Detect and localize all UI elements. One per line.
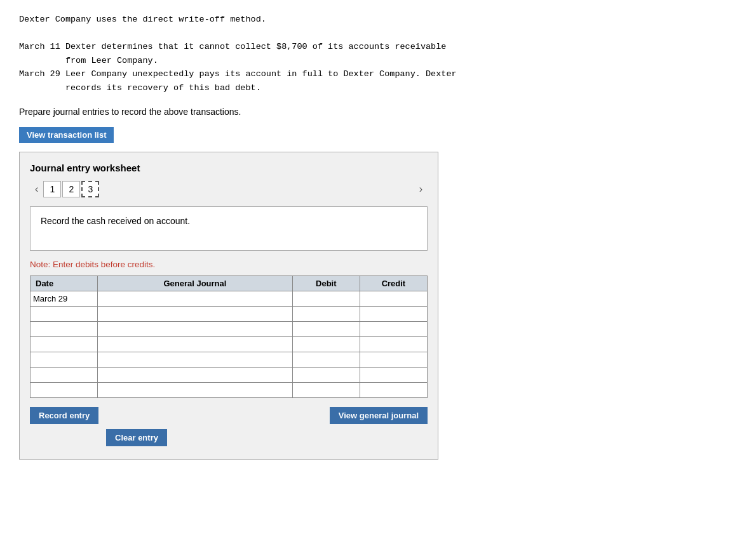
debit-input-5[interactable]: [293, 368, 360, 382]
gj-input-3[interactable]: [98, 337, 292, 352]
table-row: [30, 382, 428, 397]
gj-input-1[interactable]: [98, 307, 292, 321]
instruction-text: Record the cash received on account.: [41, 216, 190, 226]
gj-input-5[interactable]: [98, 368, 292, 382]
table-row-debit-4[interactable]: [292, 352, 360, 367]
button-row-2: Clear entry: [30, 429, 428, 446]
table-row-credit-6[interactable]: [360, 382, 427, 397]
table-row-gj-2[interactable]: [98, 321, 293, 336]
col-header-date: Date: [30, 276, 98, 291]
table-row-credit-3[interactable]: [360, 336, 427, 352]
table-row-gj-1[interactable]: [98, 306, 293, 321]
credit-input-1[interactable]: [360, 307, 427, 321]
gj-input-0[interactable]: [98, 291, 292, 306]
debit-input-6[interactable]: [293, 383, 360, 397]
col-header-gj: General Journal: [98, 276, 293, 291]
table-row-gj-4[interactable]: [98, 352, 293, 367]
clear-entry-button[interactable]: Clear entry: [106, 429, 167, 446]
gj-input-4[interactable]: [98, 352, 292, 367]
table-row-date-6: [30, 382, 98, 397]
table-row-credit-2[interactable]: [360, 321, 427, 336]
journal-table: Date General Journal Debit Credit March …: [30, 276, 428, 398]
table-row: [30, 306, 428, 321]
note-text: Note: Enter debits before credits.: [30, 260, 428, 269]
credit-input-4[interactable]: [360, 352, 427, 367]
credit-input-0[interactable]: [360, 291, 427, 306]
tab-3[interactable]: 3: [81, 181, 99, 197]
instruction-box: Record the cash received on account.: [30, 206, 428, 251]
view-transaction-button[interactable]: View transaction list: [19, 127, 114, 143]
record-entry-button[interactable]: Record entry: [30, 407, 98, 424]
debit-input-4[interactable]: [293, 352, 360, 367]
table-row-date-0: March 29: [30, 291, 98, 306]
credit-input-3[interactable]: [360, 337, 427, 352]
table-row-gj-3[interactable]: [98, 336, 293, 352]
credit-input-2[interactable]: [360, 322, 427, 336]
gj-input-2[interactable]: [98, 322, 292, 336]
table-row-date-3: [30, 336, 98, 352]
table-row-credit-5[interactable]: [360, 367, 427, 382]
button-row-1: Record entry View general journal: [30, 407, 428, 424]
table-row-debit-1[interactable]: [292, 306, 360, 321]
next-tab-arrow[interactable]: ›: [414, 183, 428, 195]
tab-navigation: ‹ 1 2 3 ›: [30, 181, 428, 197]
col-header-debit: Debit: [292, 276, 360, 291]
table-row-date-1: [30, 306, 98, 321]
credit-input-5[interactable]: [360, 368, 427, 382]
col-header-credit: Credit: [360, 276, 427, 291]
table-row-gj-0[interactable]: [98, 291, 293, 306]
table-row-debit-2[interactable]: [292, 321, 360, 336]
table-row-debit-6[interactable]: [292, 382, 360, 397]
table-row: [30, 321, 428, 336]
worksheet-title: Journal entry worksheet: [30, 163, 428, 173]
table-row-gj-6[interactable]: [98, 382, 293, 397]
intro-text: Dexter Company uses the direct write-off…: [19, 13, 737, 95]
table-row-date-4: [30, 352, 98, 367]
view-general-journal-button[interactable]: View general journal: [330, 407, 428, 424]
debit-input-2[interactable]: [293, 322, 360, 336]
tab-2[interactable]: 2: [62, 181, 80, 197]
table-row: [30, 367, 428, 382]
debit-input-1[interactable]: [293, 307, 360, 321]
table-row-date-2: [30, 321, 98, 336]
prev-tab-arrow[interactable]: ‹: [30, 183, 43, 195]
prepare-text: Prepare journal entries to record the ab…: [19, 107, 737, 117]
table-row-debit-0[interactable]: [292, 291, 360, 306]
table-row-gj-5[interactable]: [98, 367, 293, 382]
table-row-debit-5[interactable]: [292, 367, 360, 382]
tab-1[interactable]: 1: [43, 181, 61, 197]
table-row-credit-1[interactable]: [360, 306, 427, 321]
worksheet-container: Journal entry worksheet ‹ 1 2 3 › Record…: [19, 152, 438, 460]
table-row-credit-0[interactable]: [360, 291, 427, 306]
table-row-credit-4[interactable]: [360, 352, 427, 367]
credit-input-6[interactable]: [360, 383, 427, 397]
table-row-date-5: [30, 367, 98, 382]
table-row: [30, 336, 428, 352]
gj-input-6[interactable]: [98, 383, 292, 397]
debit-input-0[interactable]: [293, 291, 360, 306]
table-row: [30, 352, 428, 367]
table-row: March 29: [30, 291, 428, 306]
table-row-debit-3[interactable]: [292, 336, 360, 352]
debit-input-3[interactable]: [293, 337, 360, 352]
